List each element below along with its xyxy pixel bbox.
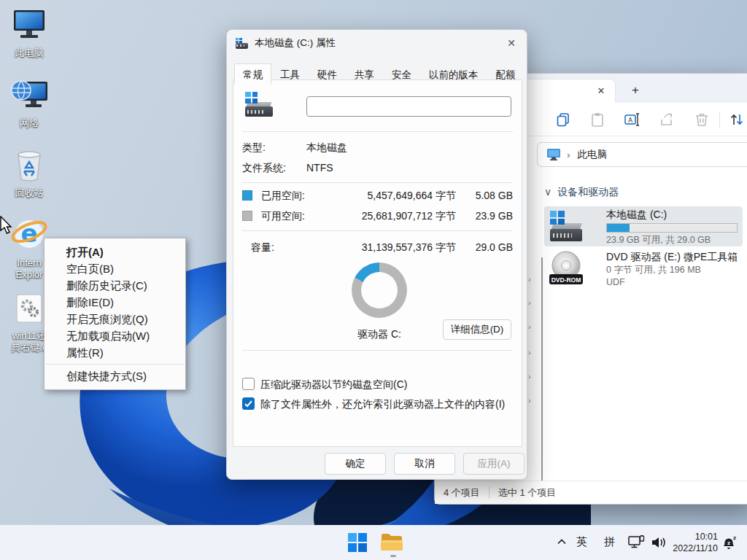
- delete-icon[interactable]: [694, 112, 710, 128]
- address-bar[interactable]: › 此电脑: [537, 142, 747, 167]
- dialog-close-button[interactable]: ✕: [502, 34, 521, 52]
- breadcrumb-chevron: ›: [567, 149, 570, 160]
- dialog-drive-icon: [236, 38, 248, 49]
- dvd-rom-badge: DVD-ROM: [551, 276, 581, 284]
- capacity-bytes: 31,139,557,376 字节: [332, 241, 456, 254]
- compress-checkbox[interactable]: [242, 378, 255, 390]
- status-divider: [489, 487, 489, 499]
- status-item-count: 4 个项目: [444, 486, 480, 499]
- menu-item-blank-page[interactable]: 空白页(B): [44, 260, 185, 277]
- ime-language-button[interactable]: 英: [576, 535, 587, 549]
- desktop-icon-label: 此电脑: [0, 47, 58, 59]
- menu-item-delete-ie[interactable]: 删除IE(D): [44, 294, 185, 311]
- capacity-gb: 29.0 GB: [460, 241, 513, 253]
- svg-text:z: z: [733, 535, 736, 541]
- drive-detail: 23.9 GB 可用, 共 29.0 GB: [606, 234, 711, 246]
- copy-icon[interactable]: [555, 112, 571, 128]
- used-space-gb: 5.08 GB: [460, 190, 513, 201]
- capacity-label: 容量:: [251, 241, 274, 254]
- tree-chevron-icon: ›: [528, 298, 531, 307]
- tree-chevron-icon: ›: [528, 396, 531, 405]
- menu-item-properties[interactable]: 属性(R): [44, 344, 185, 361]
- network-tray-icon[interactable]: [627, 535, 645, 550]
- drive-item-local-disk-c[interactable]: 本地磁盘 (C:) 23.9 GB 可用, 共 29.0 GB: [544, 206, 743, 246]
- notification-bell-icon[interactable]: z z: [721, 534, 737, 551]
- desktop-icon-label: 网络: [0, 117, 58, 129]
- used-space-label: 已用空间:: [261, 190, 305, 203]
- drive-name: 本地磁盘 (C:): [606, 209, 667, 222]
- apply-button[interactable]: 应用(A): [463, 453, 525, 475]
- ok-button[interactable]: 确定: [325, 453, 386, 475]
- breadcrumb[interactable]: 此电脑: [578, 148, 608, 161]
- type-label: 类型:: [242, 141, 266, 155]
- type-value: 本地磁盘: [306, 141, 347, 155]
- tree-chevron-icon: ›: [528, 348, 531, 357]
- new-tab-button[interactable]: +: [626, 81, 645, 100]
- chevron-down-icon: ∨: [544, 186, 551, 198]
- used-space-bytes: 5,457,649,664 字节: [332, 190, 456, 203]
- tab-close-icon[interactable]: ✕: [595, 85, 608, 98]
- menu-item-inprivate[interactable]: 开启无痕浏览(Q): [44, 311, 185, 327]
- nav-pane-scrollbar[interactable]: [541, 257, 543, 481]
- hard-drive-icon: [550, 211, 582, 241]
- index-checkbox-label[interactable]: 除了文件属性外，还允许索引此驱动器上文件的内容(I): [260, 398, 505, 411]
- volume-label-input[interactable]: [306, 96, 511, 117]
- free-space-legend-swatch: [242, 211, 252, 221]
- free-space-label: 可用空间:: [261, 210, 305, 223]
- menu-item-open[interactable]: 打开(A): [44, 244, 185, 260]
- details-button[interactable]: 详细信息(D): [443, 319, 511, 340]
- explorer-status-bar: 4 个项目 选中 1 个项目: [435, 481, 747, 504]
- cancel-button[interactable]: 取消: [394, 453, 455, 475]
- sort-icon[interactable]: [729, 112, 745, 128]
- general-tab-panel: 类型: 本地磁盘 文件系统: NTFS 已用空间: 5,457,649,664 …: [233, 79, 522, 447]
- desktop-icon-this-pc[interactable]: 此电脑: [0, 7, 58, 59]
- svg-text:z: z: [727, 540, 730, 546]
- desktop-icon-network[interactable]: 网络: [0, 77, 58, 129]
- check-icon: [243, 398, 254, 409]
- desktop: { "colors":{"accent":"#0b6fc2","used_blu…: [0, 0, 747, 560]
- tree-chevron-icon: ›: [528, 322, 531, 331]
- taskbar-clock[interactable]: 10:01 2022/11/10: [673, 531, 718, 554]
- rename-icon[interactable]: A: [624, 112, 640, 128]
- drive-detail: 0 字节 可用, 共 196 MB: [606, 264, 701, 276]
- disk-properties-dialog: 本地磁盘 (C:) 属性 ✕ 常规 工具 硬件 共享 安全 以前的版本 配额 类…: [226, 29, 527, 480]
- paste-icon[interactable]: [589, 112, 605, 128]
- status-selected-count: 选中 1 个项目: [498, 486, 556, 499]
- menu-item-no-addons[interactable]: 无加载项启动(W): [44, 327, 185, 344]
- drive-caption: 驱动器 C:: [321, 328, 438, 341]
- menu-item-create-shortcut[interactable]: 创建快捷方式(S): [44, 368, 185, 384]
- index-checkbox[interactable]: [242, 397, 255, 410]
- mouse-cursor: [0, 216, 16, 235]
- free-space-bytes: 25,681,907,712 字节: [332, 210, 456, 223]
- tree-chevron-icon: ›: [528, 372, 531, 381]
- desktop-icon-label: 回收站: [0, 187, 58, 199]
- this-pc-icon: [11, 7, 47, 42]
- dialog-title-bar[interactable]: 本地磁盘 (C:) 属性 ✕: [227, 30, 527, 56]
- start-button[interactable]: [348, 533, 367, 552]
- desktop-icon-recycle-bin[interactable]: 回收站: [0, 147, 58, 199]
- filesystem-value: NTFS: [306, 162, 333, 174]
- tab-general[interactable]: 常规: [234, 63, 271, 85]
- recycle-bin-icon: [12, 147, 46, 182]
- ie-context-menu: 打开(A) 空白页(B) 删除历史记录(C) 删除IE(D) 开启无痕浏览(Q)…: [44, 238, 186, 390]
- volume-tray-icon[interactable]: [651, 535, 667, 550]
- network-icon: [9, 77, 49, 112]
- section-devices-and-drives[interactable]: ∨设备和驱动器: [544, 186, 619, 199]
- tray-chevron-up-icon[interactable]: [557, 538, 567, 545]
- cmd-script-icon: [12, 292, 46, 325]
- menu-item-delete-history[interactable]: 删除历史记录(C): [44, 277, 185, 294]
- computer-icon: [546, 148, 561, 161]
- file-explorer-taskbar-button[interactable]: [380, 532, 403, 553]
- share-icon[interactable]: [659, 112, 675, 128]
- clock-time: 10:01: [673, 531, 718, 542]
- ime-pinyin-button[interactable]: 拼: [604, 535, 615, 549]
- drive-item-dvd-e[interactable]: DVD-ROM DVD 驱动器 (E:) 微PE工具箱 0 字节 可用, 共 1…: [544, 249, 743, 292]
- taskbar: 英 拼 10:01 2022/11/10 z z: [0, 525, 747, 560]
- compress-checkbox-label[interactable]: 压缩此驱动器以节约磁盘空间(C): [260, 378, 407, 392]
- tree-chevron-icon: ›: [528, 275, 531, 284]
- filesystem-label: 文件系统:: [242, 162, 286, 175]
- drive-filesystem: UDF: [606, 277, 625, 287]
- used-space-legend-swatch: [242, 190, 252, 201]
- capacity-donut: [352, 262, 407, 318]
- toolbar-divider: [719, 112, 720, 128]
